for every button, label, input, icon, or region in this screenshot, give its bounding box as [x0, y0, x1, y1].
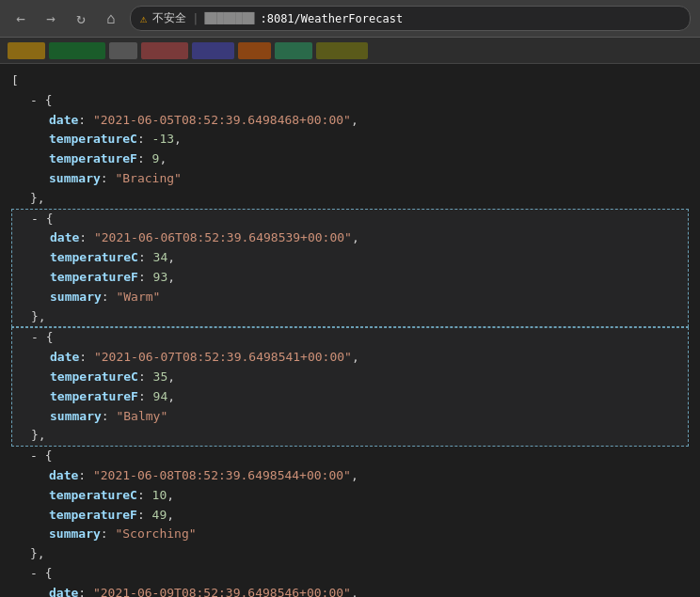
forward-button[interactable]: → — [40, 9, 62, 27]
back-button[interactable]: ← — [9, 9, 32, 27]
bookmark-6[interactable] — [238, 42, 271, 59]
item-2-date: date: "2021-06-06T08:52:39.6498539+00:00… — [12, 228, 688, 248]
url-separator: | — [192, 12, 199, 25]
item-4-tempf: temperatureF: 49, — [11, 506, 689, 526]
bookmarks-toolbar — [0, 38, 700, 64]
item-1-summary: summary: "Bracing" — [11, 169, 689, 189]
item-1-tempc: temperatureC: -13, — [11, 130, 689, 149]
item-2-close: }, — [12, 307, 688, 327]
item-1-dash: - { — [11, 91, 689, 111]
item-4-close: }, — [11, 544, 689, 564]
bookmark-2[interactable] — [49, 42, 105, 59]
url-main: :8081/WeatherForecast — [260, 12, 403, 25]
item-3-tempc: temperatureC: 35, — [12, 368, 688, 387]
item-2-tempc: temperatureC: 34, — [12, 248, 688, 268]
url-blurred: ████████ — [204, 12, 254, 24]
item-1-date: date: "2021-06-05T08:52:39.6498468+00:00… — [11, 111, 689, 131]
item-3-box: - { date: "2021-06-07T08:52:39.6498541+0… — [11, 327, 689, 447]
item-4-dash: - { — [11, 447, 689, 466]
item-4-date: date: "2021-06-08T08:52:39.6498544+00:00… — [11, 466, 689, 486]
bookmark-4[interactable] — [141, 42, 188, 59]
bookmark-3[interactable] — [109, 42, 137, 59]
item-2-dash: - { — [12, 210, 688, 229]
home-button[interactable]: ⌂ — [100, 9, 122, 27]
json-content: [ - { date: "2021-06-05T08:52:39.6498468… — [0, 64, 700, 597]
security-warning-icon: ⚠ — [140, 12, 147, 25]
bookmark-7[interactable] — [275, 42, 312, 59]
item-1-close: }, — [11, 189, 689, 209]
browser-chrome: ← → ↻ ⌂ ⚠ 不安全 | ████████ :8081/WeatherFo… — [0, 0, 700, 38]
item-3-close: }, — [12, 426, 688, 446]
item-1-tempf: temperatureF: 9, — [11, 149, 689, 169]
bookmark-8[interactable] — [316, 42, 368, 59]
address-bar[interactable]: ⚠ 不安全 | ████████ :8081/WeatherForecast — [130, 6, 691, 31]
bookmark-5[interactable] — [192, 42, 234, 59]
item-5-dash: - { — [11, 564, 689, 584]
bookmark-1[interactable] — [8, 42, 45, 59]
item-4-summary: summary: "Scorching" — [11, 525, 689, 544]
item-3-summary: summary: "Balmy" — [12, 407, 688, 427]
reload-button[interactable]: ↻ — [70, 9, 92, 27]
item-3-date: date: "2021-06-07T08:52:39.6498541+00:00… — [12, 348, 688, 368]
security-label: 不安全 — [152, 10, 186, 26]
item-2-summary: summary: "Warm" — [12, 288, 688, 307]
item-2-tempf: temperatureF: 93, — [12, 268, 688, 288]
item-3-tempf: temperatureF: 94, — [12, 387, 688, 407]
open-array-bracket: [ — [11, 71, 689, 91]
item-2-box: - { date: "2021-06-06T08:52:39.6498539+0… — [11, 209, 689, 328]
item-4-tempc: temperatureC: 10, — [11, 486, 689, 506]
item-5-date: date: "2021-06-09T08:52:39.6498546+00:00… — [11, 584, 689, 597]
item-3-dash: - { — [12, 328, 688, 348]
